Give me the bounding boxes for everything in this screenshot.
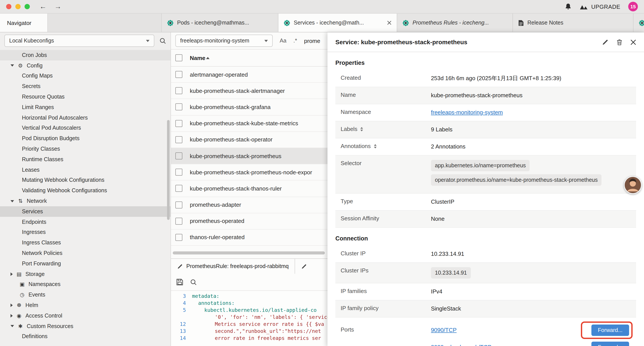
row-checkbox[interactable] (175, 71, 182, 78)
row-checkbox[interactable] (175, 152, 182, 159)
sidebar-item[interactable]: Secrets (0, 81, 170, 92)
sort-ascending-icon (206, 57, 210, 59)
sidebar-item[interactable]: Definitions (0, 331, 170, 342)
upgrade-button[interactable]: UPGRADE (579, 3, 620, 10)
kubeconfig-selector[interactable]: Local Kubeconfigs (4, 34, 154, 47)
row-checkbox[interactable] (175, 201, 182, 208)
sidebar-item[interactable]: Validating Webhook Configurations (0, 185, 170, 196)
sidebar-item[interactable]: ◷ Events (0, 290, 170, 300)
tab-prometheus-rules[interactable]: Prometheus Rules - icecheng... (397, 13, 513, 32)
back-button[interactable]: ← (40, 3, 46, 10)
sidebar-item[interactable]: ☸ Helm (0, 300, 170, 311)
app-window: ← → UPGRADE 15 Navigator Pods - icecheng… (0, 0, 644, 346)
row-checkbox[interactable] (175, 104, 182, 111)
sidebar-item[interactable]: ✱ Custom Resources (0, 321, 170, 331)
navigator-tab[interactable]: Navigator (0, 13, 48, 32)
sidebar-item[interactable]: ◉ Access Control (0, 311, 170, 321)
tab-services[interactable]: Services - icecheng@math... (278, 13, 397, 32)
sidebar-item[interactable]: ▣ Namespaces (0, 279, 170, 290)
sidebar-item[interactable]: Leases (0, 165, 170, 175)
tab-release-notes[interactable]: Release Notes (513, 13, 634, 32)
sidebar-search-icon[interactable] (160, 37, 166, 44)
editor-search-icon[interactable] (190, 279, 197, 285)
forward-port-button[interactable]: Forward... (591, 342, 629, 346)
expand-collapse-icon[interactable] (360, 127, 363, 131)
chevron-icon (10, 325, 14, 327)
name-column-header[interactable]: Name (190, 54, 206, 61)
sidebar-item[interactable]: Horizontal Pod Autoscalers (0, 113, 170, 123)
namespace-link[interactable]: freeleaps-monitoring-system (431, 109, 503, 116)
row-cluster-ip: Cluster IP 10.233.14.91 (335, 246, 636, 263)
line-number: 4 (171, 300, 192, 307)
select-all-checkbox[interactable] (175, 54, 182, 61)
sidebar-item[interactable]: Mutating Webhook Configurations (0, 175, 170, 185)
sidebar-item[interactable]: Config Maps (0, 71, 170, 81)
sidebar-item[interactable]: Port Forwarding (0, 258, 170, 269)
sidebar-item[interactable]: Endpoints (0, 217, 170, 227)
close-window-button[interactable] (6, 4, 12, 9)
dock-tab-prometheusrule[interactable]: PrometheusRule: freeleaps-prod-rabbitmq (171, 259, 295, 274)
tree-item-icon: ▤ (16, 271, 22, 277)
match-case-toggle[interactable]: Aa (280, 38, 286, 44)
minimize-window-button[interactable] (15, 4, 20, 9)
maximize-window-button[interactable] (24, 4, 30, 9)
sidebar-item[interactable]: ⇅ Network (0, 196, 170, 206)
row-checkbox[interactable] (175, 120, 182, 127)
port-link[interactable]: 9090/TCP (431, 326, 591, 334)
user-avatar[interactable] (624, 176, 642, 194)
row-name: Name kube-prometheus-stack-prometheus (335, 87, 636, 104)
forward-port-button[interactable]: Forward... (591, 324, 629, 336)
row-labels: Labels 9 Labels (335, 121, 636, 138)
expand-collapse-icon[interactable] (374, 144, 376, 148)
row-checkbox[interactable] (175, 218, 182, 225)
panel-body: Properties Created 253d 16h 6m ago (2025… (328, 52, 644, 346)
sidebar-item[interactable]: Vertical Pod Autoscalers (0, 123, 170, 133)
tree-item-icon: ⇅ (17, 198, 24, 204)
cluster-icon (639, 19, 644, 26)
sidebar-item[interactable]: Resource Quotas (0, 91, 170, 102)
row-checkbox[interactable] (175, 87, 182, 94)
tab-argo[interactable]: Argo Se... (634, 13, 644, 32)
sidebar-scrollbar[interactable] (167, 120, 170, 220)
sidebar-item[interactable]: Pod Disruption Budgets (0, 133, 170, 144)
row-namespace: Namespace freeleaps-monitoring-system (335, 104, 636, 121)
edit-pencil-icon[interactable] (602, 39, 608, 45)
panel-title: Service: kube-prometheus-stack-prometheu… (335, 38, 467, 45)
notification-count-badge[interactable]: 15 (628, 2, 638, 11)
sidebar-item[interactable]: Ingress Classes (0, 238, 170, 248)
sidebar-item[interactable]: Services (0, 206, 170, 217)
tab-pods[interactable]: Pods - icecheng@mathmas... (162, 13, 278, 32)
close-tab-icon[interactable] (387, 20, 392, 25)
forward-button[interactable]: → (54, 3, 62, 10)
row-checkbox[interactable] (175, 234, 182, 241)
row-type: Type ClusterIP (335, 194, 636, 211)
sidebar-item[interactable]: ⚙ Config (0, 60, 170, 71)
sidebar-item[interactable]: Ingresses (0, 227, 170, 238)
search-input[interactable]: prome (304, 37, 320, 44)
close-icon[interactable] (630, 39, 636, 45)
sidebar-item[interactable]: Priority Classes (0, 144, 170, 154)
horizontal-scrollbar[interactable] (173, 251, 325, 255)
chevron-icon (10, 304, 13, 307)
row-checkbox[interactable] (175, 136, 182, 143)
chevron-icon (10, 272, 13, 276)
selector-badge: operator.prometheus.io/name=kube-prometh… (431, 174, 602, 186)
notifications-bell-icon[interactable] (564, 3, 572, 10)
sidebar-item[interactable]: Limit Ranges (0, 102, 170, 113)
sidebar-item[interactable]: Network Policies (0, 248, 170, 258)
row-checkbox[interactable] (175, 185, 182, 192)
regex-toggle[interactable]: .* (294, 38, 297, 44)
namespace-filter[interactable]: freeleaps-monitoring-system (175, 34, 273, 47)
tree-item-icon: ▣ (19, 282, 26, 287)
line-number: 13 (171, 328, 192, 335)
navigator-tree: Cron Jobs ⚙ Config Config Maps (0, 49, 170, 346)
port-link[interactable]: 8080:reloader-web/TCP (431, 343, 591, 346)
sidebar-item[interactable]: Runtime Classes (0, 154, 170, 165)
sidebar-item[interactable]: Cron Jobs (0, 50, 170, 60)
sidebar-item[interactable]: ▤ Storage (0, 269, 170, 279)
row-checkbox[interactable] (175, 169, 182, 176)
delete-trash-icon[interactable] (616, 39, 622, 45)
titlebar: ← → UPGRADE 15 (0, 0, 644, 13)
cluster-ip-badge: 10.233.14.91 (431, 267, 471, 279)
save-icon[interactable] (176, 279, 183, 286)
